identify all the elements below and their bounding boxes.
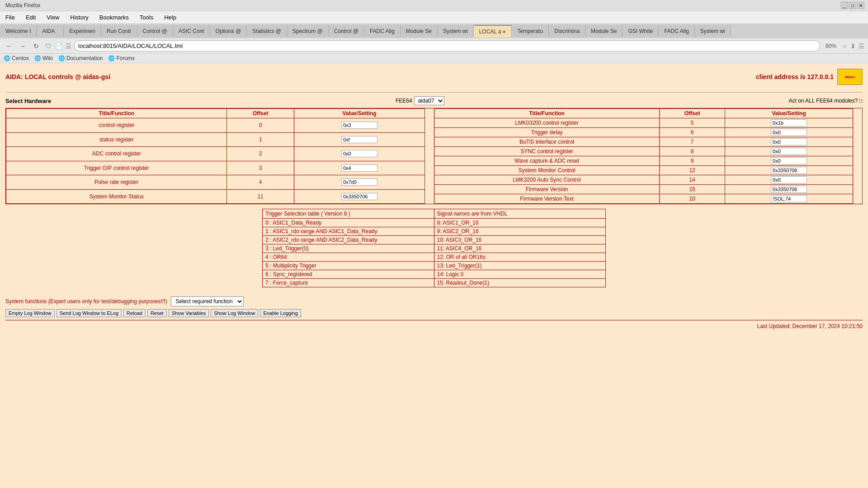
right-value-input[interactable]: [771, 186, 807, 193]
sys-functions-select[interactable]: Select required function: [171, 296, 244, 306]
menu-help[interactable]: Help: [162, 13, 178, 22]
left-row-value[interactable]: [294, 132, 425, 147]
browser-tab-5[interactable]: ASIC Cont: [173, 25, 210, 37]
action-button-0[interactable]: Empty Log Window: [5, 309, 55, 317]
left-row-title: control register: [6, 118, 227, 133]
reload-nav-button[interactable]: ↻: [31, 41, 42, 52]
browser-tab-11[interactable]: Module Se: [401, 25, 438, 37]
action-button-4[interactable]: Show Variables: [169, 309, 209, 317]
menu-tools[interactable]: Tools: [138, 13, 155, 22]
action-button-3[interactable]: Reset: [147, 309, 167, 317]
browser-tab-15[interactable]: Discrimina: [549, 25, 585, 37]
menu-history[interactable]: History: [68, 13, 90, 22]
right-table-row: Wave capture & ADC reset 9: [434, 156, 862, 166]
right-value-input[interactable]: [771, 195, 807, 202]
action-button-6[interactable]: Enable Logging: [260, 309, 301, 317]
left-row-value[interactable]: [294, 161, 425, 175]
left-table-row: control register 0: [6, 118, 434, 133]
right-row-offset: 10: [660, 194, 725, 204]
left-value-input[interactable]: [341, 193, 377, 200]
left-row-value[interactable]: [294, 175, 425, 190]
action-button-2[interactable]: Reload: [123, 309, 146, 317]
download-icon[interactable]: ⬇: [850, 42, 856, 50]
menu-bar: File Edit View History Bookmarks Tools H…: [0, 11, 868, 24]
browser-tab-4[interactable]: Control @: [137, 25, 173, 37]
browser-tab-9[interactable]: Control @: [329, 25, 364, 37]
bookmark-forums[interactable]: 🌐 Forums: [108, 55, 135, 61]
menu-bookmarks[interactable]: Bookmarks: [98, 13, 131, 22]
bookmark-documentation[interactable]: 🌐 Documentation: [58, 55, 103, 61]
left-value-input[interactable]: [341, 178, 377, 186]
right-row-title: Firmware Version Text: [434, 194, 660, 204]
browser-tab-14[interactable]: Temperatu: [512, 25, 549, 37]
left-value-input[interactable]: [341, 136, 377, 143]
right-row-offset: 5: [660, 118, 725, 128]
left-row-offset: 4: [227, 175, 294, 190]
action-button-5[interactable]: Show Log Window: [211, 309, 258, 317]
browser-tab-19[interactable]: System wi: [695, 25, 731, 37]
act-all-label[interactable]: Act on ALL FEE64 modules? □: [788, 98, 863, 104]
left-row-value[interactable]: [294, 118, 425, 133]
browser-tab-0[interactable]: Welcome t: [0, 25, 37, 37]
bookmark-icon[interactable]: ☆: [842, 42, 848, 50]
reader-icon: ☰: [66, 42, 71, 50]
trigger-row-left: 7 : Force_capture: [263, 279, 434, 287]
browser-tab-16[interactable]: Module Se: [585, 25, 623, 37]
right-row-value[interactable]: [725, 156, 853, 166]
right-row-value[interactable]: [725, 166, 853, 175]
right-table: Title/Function Offset Value/Setting LMK0…: [434, 108, 862, 204]
url-bar[interactable]: [74, 40, 820, 52]
right-value-input[interactable]: [771, 129, 807, 136]
menu-icon[interactable]: ☰: [859, 42, 864, 50]
right-value-input[interactable]: [771, 157, 807, 164]
browser-tab-12[interactable]: System wi: [438, 25, 474, 37]
maximize-button[interactable]: □: [849, 2, 856, 9]
back-button[interactable]: ←: [4, 41, 14, 52]
right-row-value[interactable]: [725, 147, 853, 156]
right-row-value[interactable]: [725, 118, 853, 128]
browser-tab-13[interactable]: LOCAL a ✕: [474, 25, 512, 38]
browser-tab-18[interactable]: FADC Alig: [659, 25, 695, 37]
left-value-input[interactable]: [341, 150, 377, 157]
right-row-value[interactable]: [725, 175, 853, 185]
fee64-select[interactable]: aida07: [414, 96, 444, 105]
right-value-input[interactable]: [771, 138, 807, 145]
right-value-input[interactable]: [771, 119, 807, 127]
left-row-value[interactable]: [294, 147, 425, 161]
right-row-value[interactable]: [725, 128, 853, 137]
browser-tab-2[interactable]: Experimen: [64, 25, 101, 37]
tab-bar: Welcome tAIDAExperimenRun ContrControl @…: [0, 24, 868, 38]
close-button[interactable]: ✕: [857, 2, 864, 9]
browser-tab-8[interactable]: Spectrum @: [287, 25, 329, 37]
left-value-input[interactable]: [341, 164, 377, 172]
browser-tab-17[interactable]: GSI White: [623, 25, 659, 37]
bookmark-wiki[interactable]: 🌐 Wiki: [34, 55, 53, 61]
right-table-row: Firmware Version Text 10: [434, 194, 862, 204]
forward-button[interactable]: →: [17, 41, 28, 52]
browser-tab-3[interactable]: Run Contr: [101, 25, 137, 37]
action-button-1[interactable]: Send Log Window to ELog: [57, 309, 122, 317]
right-row-value[interactable]: [725, 137, 853, 147]
menu-view[interactable]: View: [45, 13, 61, 22]
window-controls[interactable]: _ □ ✕: [839, 1, 866, 10]
right-value-input[interactable]: [771, 167, 807, 174]
bookmark-centos[interactable]: 🌐 Centos: [4, 55, 29, 61]
browser-top: Mozilla Firefox _ □ ✕: [0, 0, 868, 11]
browser-tab-1[interactable]: AIDA: [37, 25, 64, 37]
left-row-title: ADC control register: [6, 147, 227, 161]
right-row-value[interactable]: [725, 185, 853, 194]
menu-file[interactable]: File: [4, 13, 17, 22]
right-row-value[interactable]: [725, 194, 853, 204]
browser-tab-7[interactable]: Statistics @: [247, 25, 287, 37]
trigger-row-left: 3 : Led_Trigger(0): [263, 244, 434, 253]
minimize-button[interactable]: _: [841, 2, 848, 9]
tab-close-icon[interactable]: ✕: [501, 29, 506, 34]
left-value-input[interactable]: [341, 122, 377, 129]
menu-edit[interactable]: Edit: [24, 13, 38, 22]
left-row-btn: [425, 147, 434, 161]
left-row-value[interactable]: [294, 189, 425, 204]
right-value-input[interactable]: [771, 176, 807, 183]
right-value-input[interactable]: [771, 148, 807, 155]
browser-tab-10[interactable]: FADC Alig: [364, 25, 401, 37]
browser-tab-6[interactable]: Options @: [210, 25, 247, 37]
